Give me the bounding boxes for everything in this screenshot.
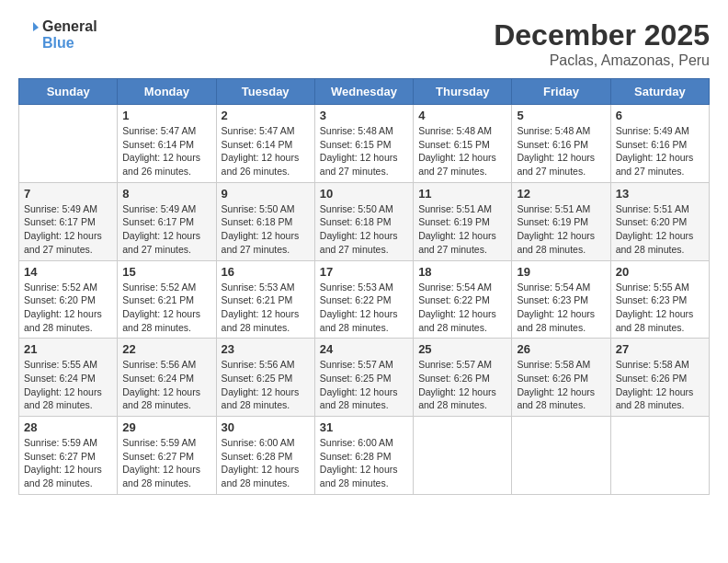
cell-w4-d5: 25Sunrise: 5:57 AM Sunset: 6:26 PM Dayli… [414, 339, 512, 417]
day-info: Sunrise: 5:58 AM Sunset: 6:26 PM Dayligh… [616, 358, 704, 412]
week-row-3: 14Sunrise: 5:52 AM Sunset: 6:20 PM Dayli… [19, 260, 710, 339]
weekday-header-row: Sunday Monday Tuesday Wednesday Thursday… [19, 79, 710, 105]
day-info: Sunrise: 5:53 AM Sunset: 6:21 PM Dayligh… [222, 281, 310, 335]
day-info: Sunrise: 5:50 AM Sunset: 6:18 PM Dayligh… [320, 202, 408, 257]
title-area: December 2025 Paclas, Amazonas, Peru [494, 18, 710, 69]
day-number: 30 [222, 420, 310, 434]
day-number: 11 [418, 187, 506, 201]
month-title: December 2025 [494, 18, 710, 52]
cell-w5-d5 [414, 417, 512, 495]
week-row-2: 7Sunrise: 5:49 AM Sunset: 6:17 PM Daylig… [19, 182, 710, 260]
day-number: 21 [24, 342, 112, 356]
cell-w5-d2: 29Sunrise: 5:59 AM Sunset: 6:27 PM Dayli… [118, 417, 216, 495]
cell-w5-d7 [610, 417, 709, 495]
day-number: 8 [122, 187, 210, 201]
day-info: Sunrise: 5:51 AM Sunset: 6:20 PM Dayligh… [616, 202, 704, 257]
week-row-4: 21Sunrise: 5:55 AM Sunset: 6:24 PM Dayli… [19, 339, 710, 417]
cell-w1-d2: 1Sunrise: 5:47 AM Sunset: 6:14 PM Daylig… [118, 105, 216, 183]
header-saturday: Saturday [610, 79, 709, 105]
day-info: Sunrise: 5:55 AM Sunset: 6:23 PM Dayligh… [616, 281, 704, 335]
day-info: Sunrise: 5:49 AM Sunset: 6:16 PM Dayligh… [616, 124, 704, 178]
cell-w2-d5: 11Sunrise: 5:51 AM Sunset: 6:19 PM Dayli… [414, 182, 512, 260]
day-number: 23 [222, 342, 310, 356]
day-info: Sunrise: 5:52 AM Sunset: 6:21 PM Dayligh… [122, 281, 210, 335]
logo-text-general: General [42, 18, 97, 35]
header-monday: Monday [118, 79, 216, 105]
day-number: 1 [122, 109, 210, 122]
day-number: 31 [320, 420, 408, 434]
location-subtitle: Paclas, Amazonas, Peru [494, 52, 710, 69]
day-number: 10 [320, 187, 408, 201]
header-thursday: Thursday [414, 79, 512, 105]
cell-w3-d6: 19Sunrise: 5:54 AM Sunset: 6:23 PM Dayli… [512, 260, 610, 339]
cell-w2-d1: 7Sunrise: 5:49 AM Sunset: 6:17 PM Daylig… [19, 182, 118, 260]
day-info: Sunrise: 5:50 AM Sunset: 6:18 PM Dayligh… [222, 202, 310, 257]
day-number: 27 [616, 342, 704, 356]
day-info: Sunrise: 5:48 AM Sunset: 6:15 PM Dayligh… [320, 124, 408, 178]
logo: General Blue [18, 18, 97, 51]
day-number: 6 [616, 109, 704, 122]
header-wednesday: Wednesday [314, 79, 413, 105]
day-info: Sunrise: 5:59 AM Sunset: 6:27 PM Dayligh… [122, 436, 210, 490]
day-info: Sunrise: 5:58 AM Sunset: 6:26 PM Dayligh… [517, 358, 605, 412]
day-number: 13 [616, 187, 704, 201]
cell-w3-d3: 16Sunrise: 5:53 AM Sunset: 6:21 PM Dayli… [216, 260, 314, 339]
day-info: Sunrise: 5:57 AM Sunset: 6:26 PM Dayligh… [418, 358, 506, 412]
day-number: 24 [320, 342, 408, 356]
logo-text-blue: Blue [42, 35, 97, 52]
page-header: General Blue December 2025 Paclas, Amazo… [18, 18, 710, 69]
cell-w1-d6: 5Sunrise: 5:48 AM Sunset: 6:16 PM Daylig… [512, 105, 610, 183]
cell-w2-d7: 13Sunrise: 5:51 AM Sunset: 6:20 PM Dayli… [610, 182, 709, 260]
day-number: 14 [24, 265, 112, 279]
cell-w2-d2: 8Sunrise: 5:49 AM Sunset: 6:17 PM Daylig… [118, 182, 216, 260]
cell-w1-d4: 3Sunrise: 5:48 AM Sunset: 6:15 PM Daylig… [314, 105, 413, 183]
day-info: Sunrise: 5:51 AM Sunset: 6:19 PM Dayligh… [418, 202, 506, 257]
cell-w2-d6: 12Sunrise: 5:51 AM Sunset: 6:19 PM Dayli… [512, 182, 610, 260]
day-info: Sunrise: 5:49 AM Sunset: 6:17 PM Dayligh… [122, 202, 210, 257]
day-info: Sunrise: 5:54 AM Sunset: 6:23 PM Dayligh… [517, 281, 605, 335]
cell-w4-d3: 23Sunrise: 5:56 AM Sunset: 6:25 PM Dayli… [216, 339, 314, 417]
day-info: Sunrise: 5:53 AM Sunset: 6:22 PM Dayligh… [320, 281, 408, 335]
day-info: Sunrise: 5:57 AM Sunset: 6:25 PM Dayligh… [320, 358, 408, 412]
day-number: 7 [24, 187, 112, 201]
day-info: Sunrise: 5:47 AM Sunset: 6:14 PM Dayligh… [222, 124, 310, 178]
logo-bird-icon [18, 18, 40, 44]
day-number: 20 [616, 265, 704, 279]
day-info: Sunrise: 6:00 AM Sunset: 6:28 PM Dayligh… [222, 436, 310, 490]
cell-w1-d1 [19, 105, 118, 183]
day-number: 5 [517, 109, 605, 122]
day-info: Sunrise: 5:54 AM Sunset: 6:22 PM Dayligh… [418, 281, 506, 335]
day-info: Sunrise: 5:59 AM Sunset: 6:27 PM Dayligh… [24, 436, 112, 490]
cell-w5-d3: 30Sunrise: 6:00 AM Sunset: 6:28 PM Dayli… [216, 417, 314, 495]
day-number: 9 [222, 187, 310, 201]
day-info: Sunrise: 5:55 AM Sunset: 6:24 PM Dayligh… [24, 358, 112, 412]
svg-marker-0 [33, 22, 39, 31]
header-friday: Friday [512, 79, 610, 105]
cell-w3-d5: 18Sunrise: 5:54 AM Sunset: 6:22 PM Dayli… [414, 260, 512, 339]
cell-w4-d4: 24Sunrise: 5:57 AM Sunset: 6:25 PM Dayli… [314, 339, 413, 417]
cell-w4-d7: 27Sunrise: 5:58 AM Sunset: 6:26 PM Dayli… [610, 339, 709, 417]
day-info: Sunrise: 5:56 AM Sunset: 6:24 PM Dayligh… [122, 358, 210, 412]
cell-w1-d7: 6Sunrise: 5:49 AM Sunset: 6:16 PM Daylig… [610, 105, 709, 183]
cell-w5-d4: 31Sunrise: 6:00 AM Sunset: 6:28 PM Dayli… [314, 417, 413, 495]
day-number: 18 [418, 265, 506, 279]
cell-w4-d2: 22Sunrise: 5:56 AM Sunset: 6:24 PM Dayli… [118, 339, 216, 417]
header-tuesday: Tuesday [216, 79, 314, 105]
day-number: 25 [418, 342, 506, 356]
day-number: 16 [222, 265, 310, 279]
cell-w4-d1: 21Sunrise: 5:55 AM Sunset: 6:24 PM Dayli… [19, 339, 118, 417]
cell-w3-d2: 15Sunrise: 5:52 AM Sunset: 6:21 PM Dayli… [118, 260, 216, 339]
cell-w3-d7: 20Sunrise: 5:55 AM Sunset: 6:23 PM Dayli… [610, 260, 709, 339]
day-number: 26 [517, 342, 605, 356]
day-number: 12 [517, 187, 605, 201]
day-number: 2 [222, 109, 310, 122]
day-number: 29 [122, 420, 210, 434]
cell-w3-d4: 17Sunrise: 5:53 AM Sunset: 6:22 PM Dayli… [314, 260, 413, 339]
day-number: 3 [320, 109, 408, 122]
day-info: Sunrise: 5:52 AM Sunset: 6:20 PM Dayligh… [24, 281, 112, 335]
day-number: 15 [122, 265, 210, 279]
calendar-table: Sunday Monday Tuesday Wednesday Thursday… [18, 78, 710, 495]
cell-w1-d3: 2Sunrise: 5:47 AM Sunset: 6:14 PM Daylig… [216, 105, 314, 183]
day-number: 4 [418, 109, 506, 122]
day-number: 19 [517, 265, 605, 279]
